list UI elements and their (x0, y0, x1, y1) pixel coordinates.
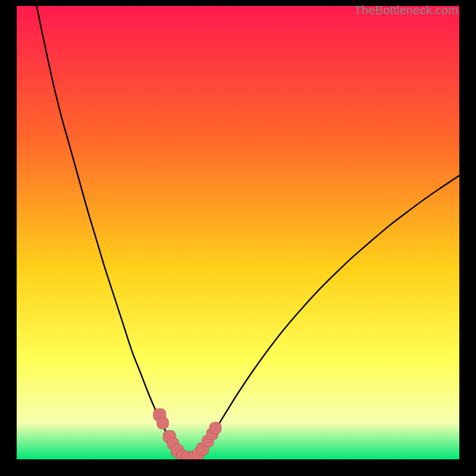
marker-12 (209, 422, 221, 434)
plot-background (17, 6, 459, 459)
bottleneck-chart (17, 6, 459, 459)
chart-frame: TheBottleneck.com (17, 6, 459, 459)
marker-1 (157, 417, 168, 428)
watermark-label: TheBottleneck.com (354, 4, 458, 17)
